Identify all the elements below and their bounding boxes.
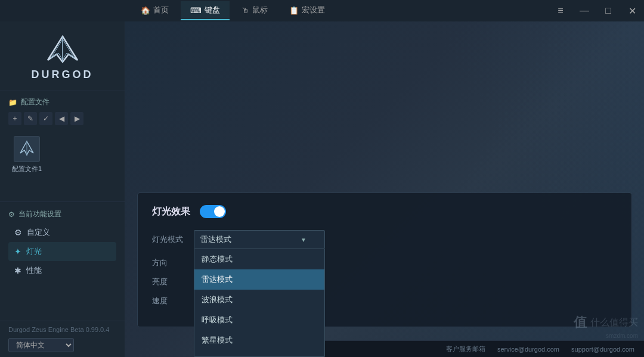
func-section-label: ⚙ 当前功能设置 — [8, 209, 116, 219]
keyboard-icon: ⌨ — [190, 6, 202, 15]
home-icon: 🏠 — [141, 6, 150, 15]
brightness-label: 亮度 — [152, 277, 194, 287]
performance-icon: ✱ — [14, 266, 21, 275]
tab-mouse-label: 鼠标 — [252, 5, 268, 15]
tab-macro-label: 宏设置 — [302, 5, 325, 15]
menu-item-customize[interactable]: ⚙ 自定义 — [8, 223, 116, 242]
config-edit-button[interactable]: ✎ — [24, 112, 37, 125]
config-item-label: 配置文件1 — [12, 164, 42, 173]
support-email: support@durgod.com — [571, 346, 634, 353]
menu-item-performance-label: 性能 — [26, 265, 42, 276]
tab-macro[interactable]: 📋 宏设置 — [280, 1, 335, 20]
maximize-button[interactable]: □ — [596, 0, 620, 21]
mouse-icon: 🖱 — [242, 6, 249, 15]
config-list: 配置文件1 — [0, 128, 125, 199]
watermark-sub: smzdm.com — [606, 333, 638, 339]
config-prev-button[interactable]: ◀ — [55, 112, 68, 125]
option-radar[interactable]: 雷达模式 — [194, 269, 324, 290]
config-section-header: 📁 配置文件 — [0, 91, 125, 111]
dropdown-arrow-icon: ▼ — [301, 237, 306, 243]
lighting-toggle[interactable] — [200, 205, 226, 218]
config-confirm-button[interactable]: ✓ — [39, 112, 52, 125]
main-content: 灯光效果 灯光模式 雷达模式 ▼ 静态模式 雷达模式 波浪模式 呼吸模式 — [125, 21, 644, 357]
option-spotlight[interactable]: 单点亮模式 — [194, 350, 324, 356]
sidebar: DURGOD 📁 配置文件 + ✎ ✓ ◀ ▶ 配置文件1 ⚙ 当前功能设置 — [0, 21, 125, 357]
watermark: 值 什么值得买 smzdm.com — [574, 313, 638, 339]
mode-dropdown-menu: 静态模式 雷达模式 波浪模式 呼吸模式 繁星模式 单点亮模式 — [194, 249, 325, 357]
option-static[interactable]: 静态模式 — [194, 249, 324, 269]
logo-text: DURGOD — [32, 69, 94, 81]
window-controls: ≡ — □ ✕ — [549, 0, 644, 21]
mode-selected-value: 雷达模式 — [200, 234, 231, 245]
lighting-panel: 灯光效果 灯光模式 雷达模式 ▼ 静态模式 雷达模式 波浪模式 呼吸模式 — [137, 193, 632, 327]
form-row-mode: 灯光模式 雷达模式 ▼ 静态模式 雷达模式 波浪模式 呼吸模式 繁星模式 单点亮… — [152, 230, 617, 249]
config-section-label: 配置文件 — [21, 97, 49, 107]
config-item-icon — [14, 136, 40, 162]
tab-home[interactable]: 🏠 首页 — [131, 1, 178, 20]
dropdown-scroll[interactable]: 静态模式 雷达模式 波浪模式 呼吸模式 繁星模式 单点亮模式 — [194, 249, 324, 356]
tab-mouse[interactable]: 🖱 鼠标 — [232, 1, 277, 20]
mode-dropdown-trigger[interactable]: 雷达模式 ▼ — [194, 230, 325, 249]
watermark-icon: 值 — [574, 313, 587, 331]
close-button[interactable]: ✕ — [620, 0, 644, 21]
menu-item-lighting[interactable]: ✦ 灯光 — [8, 242, 116, 261]
mode-label: 灯光模式 — [152, 234, 194, 245]
direction-label: 方向 — [152, 257, 194, 268]
func-section: ⚙ 当前功能设置 ⚙ 自定义 ✦ 灯光 ✱ 性能 — [0, 204, 125, 283]
option-wave[interactable]: 波浪模式 — [194, 290, 324, 310]
option-starry[interactable]: 繁星模式 — [194, 330, 324, 350]
sidebar-footer: Durgod Zeus Engine Beta 0.99.0.4 简体中文 En… — [0, 321, 125, 357]
config-next-button[interactable]: ▶ — [70, 112, 83, 125]
func-icon: ⚙ — [8, 210, 15, 219]
menu-item-lighting-label: 灯光 — [26, 246, 42, 257]
service-email: service@durgod.com — [497, 346, 559, 353]
panel-header: 灯光效果 — [152, 205, 617, 218]
mode-dropdown: 雷达模式 ▼ 静态模式 雷达模式 波浪模式 呼吸模式 繁星模式 单点亮模式 — [194, 230, 325, 249]
macro-icon: 📋 — [289, 6, 299, 15]
toggle-knob — [214, 206, 225, 217]
logo-area: DURGOD — [0, 21, 125, 91]
durgod-logo-icon — [42, 33, 83, 66]
menu-item-customize-label: 自定义 — [27, 227, 50, 238]
tab-keyboard-label: 键盘 — [205, 5, 220, 15]
config-add-button[interactable]: + — [8, 112, 21, 125]
config-toolbar: + ✎ ✓ ◀ ▶ — [0, 111, 125, 128]
watermark-text: 什么值得买 — [590, 316, 638, 329]
nav-tabs: 🏠 首页 ⌨ 键盘 🖱 鼠标 📋 宏设置 — [0, 1, 335, 20]
language-select[interactable]: 简体中文 English — [8, 338, 74, 352]
customize-icon: ⚙ — [14, 228, 22, 237]
menu-button[interactable]: ≡ — [549, 0, 572, 21]
lighting-icon: ✦ — [14, 247, 21, 256]
speed-label: 速度 — [152, 296, 194, 306]
minimize-button[interactable]: — — [572, 0, 596, 21]
option-breathing[interactable]: 呼吸模式 — [194, 310, 324, 330]
version-text: Durgod Zeus Engine Beta 0.99.0.4 — [8, 326, 116, 333]
config-item[interactable]: 配置文件1 — [6, 131, 48, 178]
tab-keyboard[interactable]: ⌨ 键盘 — [181, 1, 230, 20]
panel-title: 灯光效果 — [152, 206, 190, 218]
sidebar-divider-1 — [0, 201, 125, 202]
title-bar: 🏠 首页 ⌨ 键盘 🖱 鼠标 📋 宏设置 ≡ — □ ✕ — [0, 0, 644, 21]
folder-icon: 📁 — [8, 98, 17, 107]
service-label: 客户服务邮箱 — [446, 344, 485, 353]
menu-item-performance[interactable]: ✱ 性能 — [8, 261, 116, 280]
tab-home-label: 首页 — [153, 5, 169, 15]
